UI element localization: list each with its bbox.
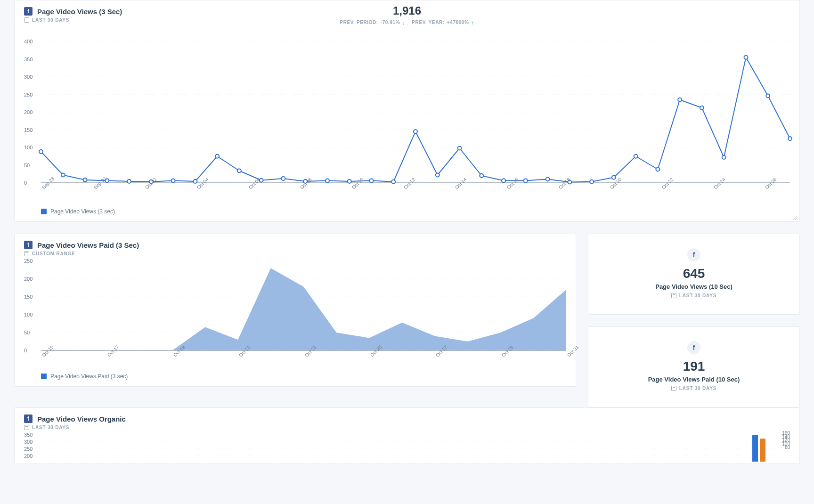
stat-value: 645 xyxy=(598,266,790,281)
svg-rect-57 xyxy=(760,439,765,462)
svg-point-19 xyxy=(237,169,241,173)
panel-title: Page Video Views Organic xyxy=(37,415,126,423)
legend-swatch-icon xyxy=(41,374,47,379)
svg-point-25 xyxy=(369,179,373,183)
svg-point-36 xyxy=(612,176,616,179)
arrow-up-icon: ↑ xyxy=(471,20,474,25)
resize-handle-icon[interactable] xyxy=(792,215,798,221)
panel-title: Page Video Views Paid (3 Sec) xyxy=(37,241,139,249)
svg-point-18 xyxy=(215,154,219,158)
svg-point-10 xyxy=(39,150,43,154)
svg-point-30 xyxy=(480,174,483,178)
kpi-value: 1,916 xyxy=(15,4,799,17)
panel-video-views-organic: f Page Video Views Organic LAST 30 DAYS … xyxy=(14,407,800,464)
svg-point-28 xyxy=(436,173,440,177)
svg-point-38 xyxy=(656,168,659,171)
date-range-label: LAST 30 DAYS xyxy=(24,425,790,430)
svg-point-44 xyxy=(788,137,792,140)
svg-point-40 xyxy=(700,106,704,110)
date-range-label: CUSTOM RANGE xyxy=(24,251,566,256)
facebook-icon: f xyxy=(687,341,700,354)
calendar-icon xyxy=(24,251,29,256)
svg-point-12 xyxy=(83,178,87,182)
svg-point-29 xyxy=(458,146,462,150)
chart-video-views-paid-3sec: 050100150200250 xyxy=(41,261,566,350)
chart-small-bars: 80100120140160 xyxy=(748,433,795,463)
kpi-block: 1,916 PREV. PERIOD: -70.91% ↓ PREV. YEAR… xyxy=(15,4,799,26)
stat-label: Page Video Views (10 Sec) xyxy=(598,283,790,290)
svg-point-23 xyxy=(326,179,329,183)
chart-video-views-3sec: 050100150200250300350400 xyxy=(41,41,790,183)
calendar-icon xyxy=(671,293,676,298)
card-video-views-paid-10sec: f 191 Page Video Views Paid (10 Sec) LAS… xyxy=(588,326,800,407)
svg-rect-56 xyxy=(752,435,758,462)
prev-year-delta: PREV. YEAR: +47800% ↑ xyxy=(412,20,474,25)
date-range-label: LAST 30 DAYS xyxy=(671,386,716,391)
arrow-down-icon: ↓ xyxy=(402,20,405,25)
chart-video-views-organic: 200250300350 xyxy=(41,435,790,463)
facebook-icon: f xyxy=(687,248,700,261)
svg-text:160: 160 xyxy=(782,431,790,436)
calendar-icon xyxy=(671,386,676,391)
svg-point-27 xyxy=(414,130,417,133)
chart-legend: Page Video Views (3 sec) xyxy=(15,206,799,221)
facebook-icon: f xyxy=(24,241,33,249)
svg-point-31 xyxy=(502,179,505,183)
chart-legend: Page Video Views Paid (3 sec) xyxy=(15,371,576,386)
stat-label: Page Video Views Paid (10 Sec) xyxy=(598,376,790,383)
prev-period-delta: PREV. PERIOD: -70.91% ↓ xyxy=(340,20,405,25)
svg-point-41 xyxy=(722,155,726,159)
date-range-label: LAST 30 DAYS xyxy=(671,293,716,298)
svg-point-21 xyxy=(281,177,285,180)
panel-video-views-paid-3sec: f Page Video Views Paid (3 Sec) CUSTOM R… xyxy=(14,234,576,387)
svg-point-43 xyxy=(766,94,770,98)
panel-video-views-3sec: f Page Video Views (3 Sec) LAST 30 DAYS … xyxy=(14,0,800,222)
facebook-icon: f xyxy=(24,415,33,423)
svg-point-16 xyxy=(171,179,175,183)
svg-point-11 xyxy=(61,173,65,177)
calendar-icon xyxy=(24,425,29,430)
svg-point-39 xyxy=(678,98,682,102)
svg-point-37 xyxy=(634,154,638,158)
legend-swatch-icon xyxy=(41,209,47,214)
svg-point-33 xyxy=(546,178,550,181)
card-video-views-10sec: f 645 Page Video Views (10 Sec) LAST 30 … xyxy=(588,234,800,315)
svg-point-32 xyxy=(524,179,528,183)
svg-point-42 xyxy=(744,56,748,59)
stat-value: 191 xyxy=(598,359,790,374)
